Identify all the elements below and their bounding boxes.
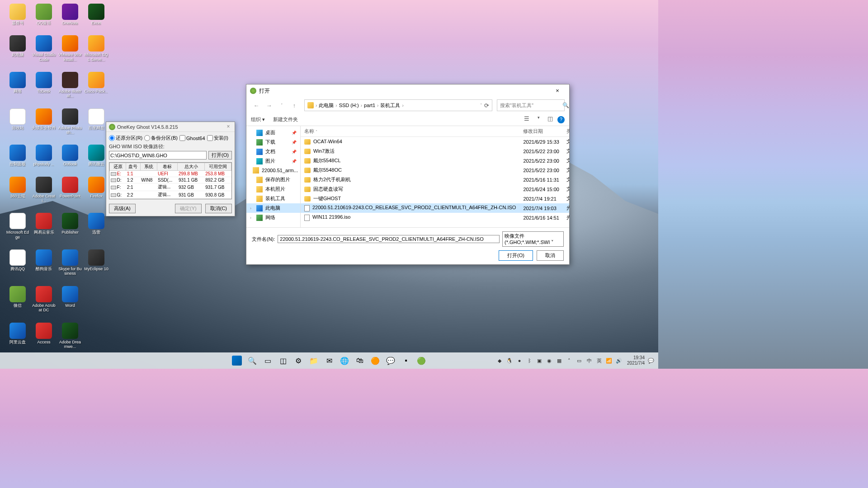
tray-icon[interactable]: ▣	[536, 357, 543, 364]
tray-battery-icon[interactable]: ▭	[576, 357, 583, 364]
file-row[interactable]: 固态硬盘读写2021/6/24 15:00文件夹	[301, 184, 569, 194]
ime-mode[interactable]: 英	[595, 357, 603, 364]
search-input[interactable]	[500, 103, 562, 108]
notifications-icon[interactable]: 💬	[647, 357, 655, 364]
desktop-icon[interactable]: Visual Studio Code	[32, 35, 56, 62]
desktop-icon[interactable]: 此电脑	[5, 35, 30, 62]
advanced-button[interactable]: 高级(A)	[109, 204, 136, 213]
desktop-icon[interactable]: 360云端	[5, 177, 30, 203]
store-button[interactable]: 🛍	[353, 354, 367, 367]
desktop-icon[interactable]: 回收站	[5, 108, 30, 135]
backup-radio[interactable]: 备份分区(B)	[144, 135, 178, 141]
ok-button[interactable]: 确定(Y)	[175, 204, 202, 213]
view-dropdown-icon[interactable]: ▾	[534, 115, 543, 124]
file-list[interactable]: 名称 ˄ 修改日期 类型 OCAT-Win642021/6/29 15:33文件…	[301, 126, 569, 227]
search-button[interactable]: 🔍	[245, 354, 259, 367]
desktop-icon[interactable]: Skype for Business	[58, 249, 82, 276]
sidebar-item[interactable]: 装机工具	[246, 194, 300, 203]
sidebar-item[interactable]: 22000.51_arm...	[246, 166, 300, 175]
breadcrumb[interactable]: › 此电脑› SSD (H:)› part1› 装机工具› ˅ ⟳	[304, 99, 492, 111]
sidebar-item[interactable]: 保存的图片	[246, 175, 300, 184]
explorer-button[interactable]: 📁	[307, 354, 321, 367]
desktop-icon[interactable]: Cisco Pack...	[84, 72, 108, 99]
image-path-input[interactable]	[109, 151, 207, 160]
view-list-icon[interactable]: ☰	[522, 115, 531, 124]
partition-row[interactable]: G:2:2逻辑...931 GB930.8 GB	[110, 191, 231, 199]
back-icon[interactable]: ←	[251, 100, 262, 111]
desktop-icon[interactable]: Adobe Photosh...	[58, 108, 82, 135]
cancel-button[interactable]: 取消(C)	[205, 204, 232, 213]
partition-row[interactable]: F:2:1逻辑...932 GB931.7 GB	[110, 183, 231, 191]
desktop-icon[interactable]: ToDesk	[32, 72, 56, 99]
desktop-icon[interactable]: VMware Workstati...	[58, 35, 82, 62]
file-row[interactable]: 戴尔5548CL2021/5/22 23:00文件夹	[301, 156, 569, 165]
crumb-drive[interactable]: SSD (H:)	[339, 103, 359, 108]
desktop-icon[interactable]: 网易云音乐	[32, 213, 56, 239]
file-row[interactable]: 一键GHOST2021/7/4 19:21文件夹	[301, 194, 569, 203]
desktop-icon[interactable]: 迅雷	[84, 213, 108, 239]
wechat-button[interactable]: 💬	[384, 354, 397, 367]
desktop-icon[interactable]: 网络	[5, 72, 30, 99]
partition-row[interactable]: E:1:1UEFI299.8 MB253.8 MB	[110, 171, 231, 177]
tray-icon[interactable]: ▦	[556, 357, 563, 364]
desktop-icon[interactable]: Adobe Dreamwe...	[58, 323, 82, 349]
desktop-icon[interactable]: Adobe Creati...	[32, 177, 56, 203]
desktop-icon[interactable]: Microsoft Edge	[5, 213, 30, 239]
desktop-icon[interactable]: 酷狗音乐	[32, 249, 56, 276]
sidebar-item[interactable]: 本机照片	[246, 184, 300, 194]
desktop-icon[interactable]: Adobe Illustrat...	[58, 72, 82, 99]
file-row[interactable]: 22000.51.210619-2243.CO_RELEASE_SVC_PROD…	[301, 203, 569, 213]
desktop-icon[interactable]: Access	[32, 323, 56, 349]
install-checkbox[interactable]: 安装(I)	[207, 135, 228, 141]
ghost-titlebar[interactable]: OneKey Ghost V14.5.8.215 ×	[106, 122, 235, 132]
sidebar-item[interactable]: ›此电脑	[246, 203, 300, 213]
crumb-part1[interactable]: part1	[364, 103, 375, 108]
start-button[interactable]	[230, 354, 244, 367]
desktop-icon[interactable]: 火绒安全软件	[32, 108, 56, 135]
ime-indicator[interactable]: 中	[585, 357, 593, 364]
task-view-button[interactable]: ▭	[261, 354, 274, 367]
desktop-icon[interactable]: QQ音乐	[32, 4, 56, 25]
onekey-ghost-button[interactable]: 🟢	[415, 354, 428, 367]
file-row[interactable]: WIN11 21996.iso2021/6/16 14:51光盘映像文件	[301, 213, 569, 222]
desktop-icon[interactable]: 腾讯QQ	[5, 249, 30, 276]
sidebar-item[interactable]: 桌面📌	[246, 128, 300, 137]
sidebar-item[interactable]: 文档📌	[246, 147, 300, 156]
desktop-icon[interactable]: Outlook	[58, 145, 82, 166]
sidebar-item[interactable]: 图片📌	[246, 156, 300, 166]
desktop-icon[interactable]: 基督号	[5, 4, 30, 25]
settings-button[interactable]: ⚙	[292, 354, 305, 367]
edge-button[interactable]: 🌐	[338, 354, 351, 367]
file-row[interactable]: 戴尔5548OC2021/5/22 23:00文件夹	[301, 165, 569, 175]
tray-icon[interactable]: ◆	[496, 357, 503, 364]
forward-icon[interactable]: →	[264, 100, 274, 111]
desktop-icon[interactable]: Firefox	[84, 177, 108, 203]
new-folder-button[interactable]: 新建文件夹	[273, 116, 298, 123]
search-box[interactable]: 🔍	[497, 99, 565, 111]
desktop-icon[interactable]: phpstudy ...	[32, 145, 56, 166]
recent-dropdown-icon[interactable]: ˅	[276, 100, 287, 111]
tray-icon[interactable]: ◉	[546, 357, 553, 364]
mail-button[interactable]: ✉	[322, 354, 336, 367]
tray-icon[interactable]: ●	[516, 357, 523, 364]
file-filter-select[interactable]: 映像文件 (*.GHO;*.WIM;*.SWI ˅	[502, 231, 564, 247]
app-button-1[interactable]: 🟠	[368, 354, 382, 367]
cancel-button[interactable]: 取消	[537, 250, 564, 261]
dropdown-icon[interactable]: ˅	[480, 103, 482, 108]
filename-input[interactable]	[278, 235, 500, 243]
widgets-button[interactable]: ◫	[276, 354, 290, 367]
desktop-icon[interactable]: 微信	[5, 286, 30, 313]
desktop-icon[interactable]: 腾讯微云	[84, 145, 108, 166]
desktop-icon[interactable]: Excel	[84, 4, 108, 25]
organize-button[interactable]: 组织 ▾	[251, 116, 265, 123]
search-icon[interactable]: 🔍	[562, 102, 569, 108]
ghost64-checkbox[interactable]: Ghost64	[179, 135, 205, 141]
refresh-icon[interactable]: ⟳	[484, 102, 489, 109]
file-row[interactable]: Win7激活2021/5/22 23:00文件夹	[301, 146, 569, 156]
desktop-icon[interactable]: 百度网盘	[84, 108, 108, 135]
desktop-icon[interactable]: PowerPoint	[58, 177, 82, 203]
desktop-icon[interactable]: MyEclipse 10	[84, 249, 108, 276]
partition-row[interactable]: D:1:2WIN8SSD(...931.1 GB892.2 GB	[110, 177, 231, 183]
open-image-button[interactable]: 打开(O)	[208, 151, 232, 160]
desktop-icon[interactable]: Adobe Acrobat DC	[32, 286, 56, 313]
